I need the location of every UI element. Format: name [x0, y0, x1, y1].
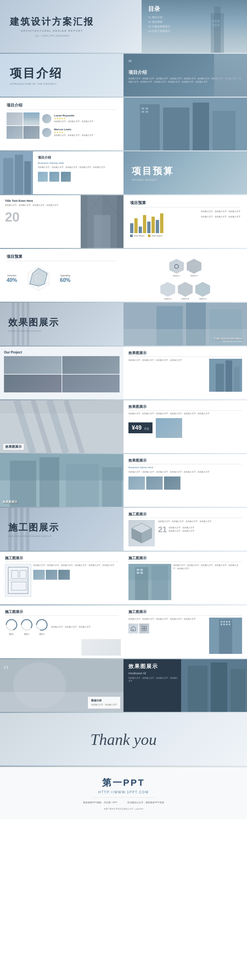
person1-stars: ★★★★★ — [54, 117, 93, 120]
svg-rect-50 — [234, 367, 240, 392]
hex-option-1: Option 1 — [169, 259, 184, 277]
construction-sub1: 在此输入文字，在此输入文字 — [169, 526, 194, 530]
effect-4-title: 效果图展示 — [128, 458, 242, 464]
bar-4 — [143, 215, 146, 233]
const2-title: 施工图展示 — [5, 555, 119, 562]
our-proj-img-1 — [4, 356, 62, 374]
svg-rect-94 — [142, 629, 144, 631]
const3-sketch — [81, 639, 121, 655]
svg-rect-91 — [132, 629, 134, 631]
svg-rect-79 — [152, 565, 168, 600]
svg-rect-14 — [146, 108, 148, 110]
bg-lines-decoration — [0, 303, 124, 345]
promo-desc1: 更多精美PPT模板，尽在第一PPT — [83, 801, 117, 804]
hex-label-5: Option 5 — [195, 298, 210, 300]
svg-rect-10 — [163, 108, 189, 150]
const2-thumb-1 — [33, 570, 45, 580]
person1-text: 在此输入文字，在此输入文字，在此输入文字 — [54, 120, 93, 123]
promo-col-2: 关注微信公众号，获取更多PPT资源 — [127, 801, 164, 804]
promo-url: HTTP://WWW.1PPT.COM — [83, 791, 164, 794]
person1-name: Lucan Reynolds — [54, 114, 93, 117]
hex-option-2: Option 2 — [160, 282, 175, 300]
effect-overlay-label: 效果图展示 — [3, 444, 24, 450]
gauge-1: 项目1 — [5, 618, 18, 636]
svg-rect-15 — [142, 111, 144, 113]
const4-icon-2 — [139, 624, 149, 633]
effect-price-left: 效果图展示 — [0, 400, 124, 453]
budget-section-title: 项目预算 — [132, 165, 174, 177]
svg-rect-93 — [144, 626, 147, 628]
bar-5 — [147, 221, 150, 233]
gauge-container: 项目1 项目2 项目3 — [5, 618, 48, 636]
bar-3 — [139, 226, 142, 233]
svg-rect-49 — [226, 360, 232, 392]
svg-rect-73 — [20, 570, 26, 579]
hex-label-1: Option 1 — [169, 275, 184, 277]
chart-body1: 在此输入文字，在此输入文字，在此输入文字 — [201, 210, 241, 213]
hex-shape-1 — [169, 259, 184, 274]
effect-price-subtitle: 在此输入文字，在此输入文字，在此输入文字，在此输入文字，在此输入文字，在此输入文… — [128, 412, 242, 415]
slide-construction-3-4: 施工图展示 项目1 项目2 — [0, 605, 247, 658]
svg-rect-72 — [11, 570, 18, 579]
effect-detail-title: Title Text Even Here — [214, 337, 242, 340]
effect-final-name: Ferdinand All — [128, 672, 242, 675]
grid-img-3 — [6, 126, 23, 139]
hex-label-B: Option B — [178, 298, 193, 300]
slide-profiles: 项目介绍 Lucan Reynolds ★★★★★ 在此输入文字，在此输入文字，… — [0, 98, 247, 150]
hex-shape-A — [187, 259, 201, 274]
svg-rect-12 — [212, 111, 236, 150]
our-proj-img-3 — [4, 375, 62, 392]
hex-shape-B — [178, 282, 193, 297]
svg-rect-80 — [137, 569, 139, 571]
gauge-icon-1 — [5, 618, 18, 632]
effect-detail-text: Title Text Even Here Wednesday Sep 2019 — [214, 337, 242, 342]
slide-proj-intro-section: 项目介绍 INTRODUCTION OF THE PROJECT " 项目介绍 … — [0, 54, 247, 97]
svg-marker-90 — [131, 626, 136, 631]
effect-4-thumb-2 — [146, 476, 163, 490]
gauge-icon-2 — [20, 618, 33, 632]
slide-construction-section: 施工图展示 CONSTRUCTION DIAGRAM DISPLAY 施工图展示… — [0, 508, 247, 550]
budget-section-en: PROJECT BUDGET — [132, 179, 174, 181]
slide-budget-details: Title Text Even Here 在此输入文字，在此输入文字，在此输入文… — [0, 195, 247, 248]
cover-subtitle: ARCHITECTURAL DESIGN REPORT — [10, 29, 94, 32]
legend-yellow-icon — [148, 234, 150, 237]
bar-chart — [130, 210, 198, 233]
floor-plan-1 — [5, 564, 31, 597]
svg-rect-13 — [142, 108, 144, 110]
construction-section-en: CONSTRUCTION DIAGRAM DISPLAY — [8, 535, 59, 537]
slide-proj-detail-budget: 项目介绍 Business Startup slide 在此输入文字，在此输入文… — [0, 151, 247, 194]
grid-img-2 — [24, 113, 40, 125]
effect-display-image — [209, 359, 242, 392]
svg-rect-82 — [137, 572, 139, 574]
effect-4-subtitle: Business Name Here — [128, 466, 242, 469]
small-icon-3 — [61, 172, 71, 182]
svg-rect-20 — [24, 161, 31, 194]
slide-effect-4: 效果图展示 效果图展示 Business Name Here 在此输入文字，在此… — [0, 454, 247, 507]
proj-detail-title: 项目介绍 — [38, 155, 119, 160]
slide-promo: 第一PPT HTTP://WWW.1PPT.COM 更多精美PPT模板，尽在第一… — [0, 767, 247, 819]
effect-final-title: 效果图展示 — [128, 663, 242, 670]
svg-rect-11 — [193, 103, 209, 150]
svg-rect-18 — [3, 158, 13, 194]
hex-shape-5 — [195, 282, 210, 297]
const2-right-image — [128, 564, 171, 600]
construction-number: 21 — [158, 525, 167, 534]
svg-rect-100 — [226, 621, 228, 622]
report2-label: 2020 Report — [152, 235, 162, 237]
effect-4-label: 效果图展示 — [3, 500, 17, 504]
proj-detail-image — [0, 151, 33, 194]
effect-final-body: 在此输入文字，在此输入文字，在此输入文字，在此输入文字 — [128, 677, 178, 682]
svg-rect-74 — [11, 582, 26, 590]
hex-label-A: Option A — [187, 275, 201, 277]
svg-rect-101 — [228, 621, 230, 622]
profile-card-2: Marcus Lewis ★★★★☆ 在此输入文字，在此输入文字，在此输入文字 — [42, 128, 117, 137]
effect-price-title: 效果图展示 — [128, 404, 242, 410]
effect-detail-subtitle: Wednesday Sep 2019 — [214, 340, 242, 342]
report1-label: 2019 Report — [134, 235, 144, 237]
svg-rect-4 — [218, 20, 219, 22]
proj-detail-body: 在此输入文字，在此输入文字，在此输入文字，在此输入文字，在此输入文字 — [38, 166, 119, 169]
bar-8 — [160, 213, 163, 233]
radar-pct1: 40% — [6, 277, 17, 283]
svg-rect-62 — [102, 467, 122, 507]
const3-title: 施工图展示 — [5, 609, 119, 616]
